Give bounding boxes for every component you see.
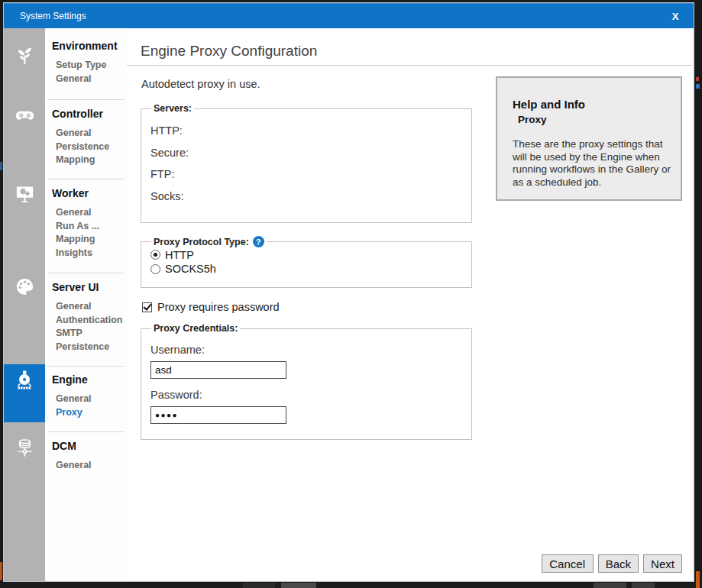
page-title: Engine Proxy Configuration: [141, 43, 317, 60]
background-fragment: [696, 571, 700, 588]
monitor-gear-icon: [15, 184, 35, 208]
servers-fieldset: Servers: HTTP: Secure: FTP: Socks:: [141, 103, 472, 223]
help-panel-title: Help and Info: [513, 98, 670, 111]
sidebar-item-worker-general[interactable]: General: [52, 206, 125, 220]
sidebar-item-setup-type[interactable]: Setup Type: [52, 59, 125, 73]
sidebar-item-server-ui-authentication[interactable]: Authentication: [52, 314, 125, 328]
taskbar-segment: [594, 583, 626, 588]
nav-section-environment: Environment Setup Type General: [52, 40, 125, 86]
password-field[interactable]: [150, 406, 286, 424]
sidebar-item-server-ui-persistence[interactable]: Persistence: [52, 341, 125, 354]
nav-separator: [47, 366, 125, 367]
username-field[interactable]: [150, 361, 286, 379]
taskbar-segment: [243, 583, 275, 588]
gamepad-icon: [15, 105, 35, 128]
sidebar-item-worker-run-as[interactable]: Run As ...: [52, 220, 125, 234]
nav-section-controller: Controller General Persistence Mapping: [52, 108, 125, 167]
sidebar-item-server-ui-smtp[interactable]: SMTP: [52, 327, 125, 341]
next-button[interactable]: Next: [643, 554, 682, 573]
nav-separator: [47, 273, 125, 273]
close-icon[interactable]: X: [663, 4, 687, 28]
footer-button-row: Cancel Back Next: [542, 554, 682, 573]
nav-separator: [47, 99, 125, 100]
proxy-protocol-legend: Proxy Protocol Type: ?: [151, 236, 267, 247]
sidebar-item-worker-insights[interactable]: Insights: [52, 247, 125, 260]
nav-header-controller[interactable]: Controller: [52, 108, 125, 120]
palette-icon: [15, 276, 35, 300]
worker-section-icon-cell[interactable]: [4, 176, 45, 215]
sidebar-item-worker-mapping[interactable]: Mapping: [52, 233, 125, 247]
radio-label: HTTP: [165, 249, 194, 261]
dcm-section-icon-cell[interactable]: [4, 430, 45, 468]
sidebar-item-server-ui-general[interactable]: General: [52, 300, 125, 314]
nav-header-environment[interactable]: Environment: [52, 40, 125, 52]
sidebar-item-controller-mapping[interactable]: Mapping: [52, 153, 125, 167]
nav-header-worker[interactable]: Worker: [52, 187, 125, 199]
sidebar-item-controller-general[interactable]: General: [52, 127, 125, 141]
nav-separator: [47, 431, 125, 432]
system-settings-window: System Settings X: [3, 2, 694, 582]
back-button[interactable]: Back: [598, 554, 639, 573]
proxy-protocol-fieldset: Proxy Protocol Type: ? HTTP SOCKS5h: [141, 236, 472, 288]
locomotive-icon: [14, 370, 35, 394]
sidebar-item-dcm-general[interactable]: General: [52, 459, 125, 473]
nav-section-server-ui: Server UI General Authentication SMTP Pe…: [52, 281, 125, 354]
nav-header-dcm[interactable]: DCM: [52, 440, 125, 452]
titlebar: System Settings X: [4, 3, 694, 28]
help-panel-subtitle: Proxy: [518, 114, 670, 125]
server-field-socks: Socks:: [150, 186, 462, 208]
proxy-credentials-legend: Proxy Credentials:: [151, 323, 240, 334]
server-field-ftp: FTP:: [150, 163, 462, 186]
servers-legend: Servers:: [151, 103, 194, 114]
sidebar-item-controller-persistence[interactable]: Persistence: [52, 141, 125, 154]
taskbar-segment: [632, 583, 655, 588]
nav-section-worker: Worker General Run As ... Mapping Insigh…: [52, 187, 125, 260]
taskbar: [0, 583, 702, 588]
radio-label: SOCKS5h: [165, 263, 216, 275]
background-fragment: [696, 84, 700, 89]
nav-section-dcm: DCM General: [52, 440, 125, 473]
help-and-info-panel: Help and Info Proxy These are the proxy …: [496, 76, 682, 201]
radio-button[interactable]: [150, 264, 160, 274]
title-divider: [127, 65, 693, 66]
radio-option-http[interactable]: HTTP: [150, 248, 462, 262]
server-field-http: HTTP:: [150, 120, 462, 142]
autodetect-status-text: Autodetect proxy in use.: [141, 78, 260, 90]
proxy-credentials-fieldset: Proxy Credentials: Username: Password:: [141, 323, 472, 440]
sidebar-item-engine-general[interactable]: General: [52, 393, 125, 406]
engine-section-icon-cell[interactable]: [4, 364, 45, 422]
server-ui-section-icon-cell[interactable]: [4, 269, 45, 307]
sidebar-item-engine-proxy[interactable]: Proxy: [52, 406, 125, 420]
environment-section-icon-cell[interactable]: [4, 38, 45, 76]
server-field-secure: Secure:: [150, 142, 462, 164]
window-title: System Settings: [20, 4, 86, 28]
cancel-button[interactable]: Cancel: [542, 554, 594, 573]
background-fragment: [0, 562, 2, 580]
username-label: Username:: [150, 344, 462, 356]
nav-separator: [47, 179, 125, 179]
leaf-icon: [15, 46, 35, 69]
nav-header-server-ui[interactable]: Server UI: [52, 281, 125, 293]
radio-option-socks5h[interactable]: SOCKS5h: [150, 263, 462, 276]
password-label: Password:: [150, 389, 462, 401]
taskbar-segment: [281, 583, 316, 588]
help-panel-body: These are the proxy settings that will b…: [513, 138, 673, 189]
radio-button-selected[interactable]: [150, 250, 160, 260]
nav-header-engine[interactable]: Engine: [52, 373, 125, 386]
desktop: System Settings X: [0, 0, 702, 588]
proxy-requires-password-checkbox-row[interactable]: Proxy requires password: [142, 301, 280, 313]
help-icon[interactable]: ?: [253, 236, 264, 247]
database-icon: [15, 438, 35, 461]
sidebar-nav: Environment Setup Type General Controlle…: [45, 28, 127, 581]
background-fragment: [0, 162, 2, 170]
checkbox-checked-icon[interactable]: [142, 302, 152, 312]
background-fragment: [696, 77, 699, 81]
checkbox-label: Proxy requires password: [157, 301, 280, 313]
sidebar-icon-rail: [4, 28, 45, 581]
controller-section-icon-cell[interactable]: [4, 97, 45, 135]
sidebar-item-environment-general[interactable]: General: [52, 73, 125, 86]
nav-section-engine: Engine General Proxy: [52, 373, 125, 419]
